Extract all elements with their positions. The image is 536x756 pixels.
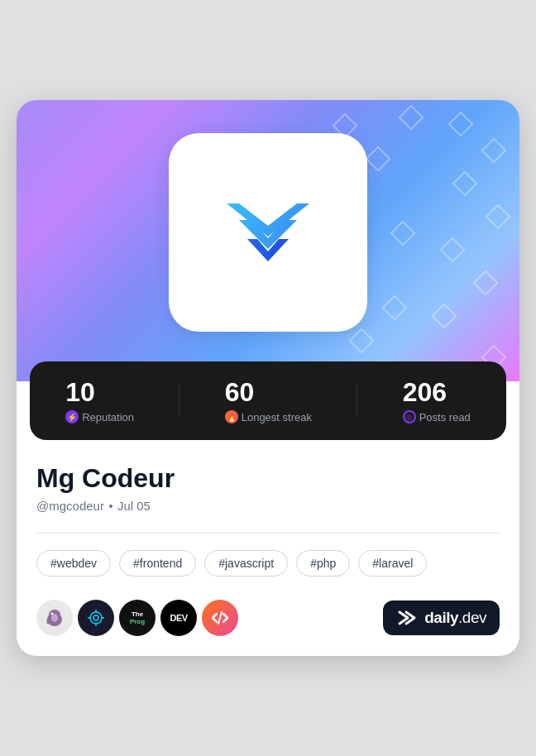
source-icon-elephant[interactable] bbox=[36, 600, 73, 636]
svg-line-10 bbox=[218, 612, 222, 624]
hero-section bbox=[17, 100, 519, 381]
stat-streak: 60 🔥 Longest streak bbox=[225, 378, 312, 423]
pattern-diamond bbox=[472, 270, 498, 295]
tags-section: #webdev #frontend #javascript #php #lara… bbox=[17, 550, 519, 577]
pattern-diamond bbox=[447, 111, 473, 136]
pattern-diamond bbox=[452, 170, 477, 196]
svg-point-3 bbox=[51, 614, 58, 622]
pattern-diamond bbox=[439, 237, 465, 262]
streak-label: Longest streak bbox=[242, 411, 312, 423]
posts-read-label-row: ◎ Posts read bbox=[403, 410, 471, 423]
bottom-row: The Prog DEV bbox=[17, 600, 519, 656]
posts-read-label: Posts read bbox=[419, 411, 471, 423]
profile-divider bbox=[36, 533, 500, 534]
pattern-diamond bbox=[431, 303, 457, 328]
source-icon-theprg[interactable]: The Prog bbox=[119, 600, 156, 636]
streak-label-row: 🔥 Longest streak bbox=[225, 410, 312, 423]
streak-value: 60 bbox=[225, 378, 255, 407]
avatar-logo bbox=[202, 166, 334, 299]
svg-point-4 bbox=[90, 612, 102, 624]
username-row: @mgcodeur Jul 05 bbox=[36, 499, 500, 513]
pattern-diamond bbox=[485, 203, 510, 229]
username: @mgcodeur bbox=[36, 499, 104, 513]
source-icon-crosshair[interactable] bbox=[78, 600, 114, 636]
display-name: Mg Codeur bbox=[36, 463, 500, 494]
tag-laravel[interactable]: #laravel bbox=[358, 550, 427, 577]
profile-card: 10 ⚡ Reputation 60 🔥 Longest streak 206 … bbox=[17, 100, 519, 656]
source-icon-dev[interactable]: DEV bbox=[160, 600, 197, 636]
posts-read-icon: ◎ bbox=[403, 410, 416, 423]
daily-text-main: daily bbox=[424, 609, 458, 626]
pattern-diamond bbox=[381, 294, 407, 320]
pattern-diamond bbox=[390, 220, 415, 246]
daily-dev-chevron-icon bbox=[396, 609, 419, 627]
daily-dev-text: daily.dev bbox=[424, 609, 486, 627]
daily-text-suffix: .dev bbox=[458, 609, 486, 626]
source-icon-code[interactable] bbox=[202, 600, 238, 636]
dot-separator bbox=[109, 505, 112, 508]
profile-section: Mg Codeur @mgcodeur Jul 05 bbox=[17, 440, 519, 534]
streak-icon: 🔥 bbox=[225, 410, 238, 423]
tag-webdev[interactable]: #webdev bbox=[36, 550, 111, 577]
posts-read-value: 206 bbox=[403, 378, 447, 407]
tag-php[interactable]: #php bbox=[296, 550, 350, 577]
stats-bar: 10 ⚡ Reputation 60 🔥 Longest streak 206 … bbox=[30, 361, 506, 440]
join-date: Jul 05 bbox=[117, 499, 151, 513]
reputation-label-row: ⚡ Reputation bbox=[65, 410, 134, 423]
pattern-diamond bbox=[365, 146, 390, 171]
reputation-label: Reputation bbox=[82, 411, 134, 423]
stat-divider-2 bbox=[357, 385, 357, 418]
stat-reputation: 10 ⚡ Reputation bbox=[65, 378, 134, 423]
source-icons: The Prog DEV bbox=[36, 600, 238, 636]
svg-point-5 bbox=[93, 615, 98, 620]
daily-dev-logo: daily.dev bbox=[396, 609, 486, 627]
avatar-container bbox=[169, 133, 367, 332]
pattern-diamond bbox=[348, 328, 374, 353]
tag-frontend[interactable]: #frontend bbox=[119, 550, 196, 577]
stat-posts-read: 206 ◎ Posts read bbox=[403, 378, 471, 423]
reputation-value: 10 bbox=[65, 378, 95, 407]
stat-divider-1 bbox=[179, 385, 179, 418]
reputation-icon: ⚡ bbox=[65, 410, 79, 423]
pattern-diamond bbox=[481, 137, 506, 163]
tag-javascript[interactable]: #javascript bbox=[204, 550, 288, 577]
pattern-diamond bbox=[398, 104, 424, 130]
daily-dev-badge: daily.dev bbox=[383, 600, 500, 635]
